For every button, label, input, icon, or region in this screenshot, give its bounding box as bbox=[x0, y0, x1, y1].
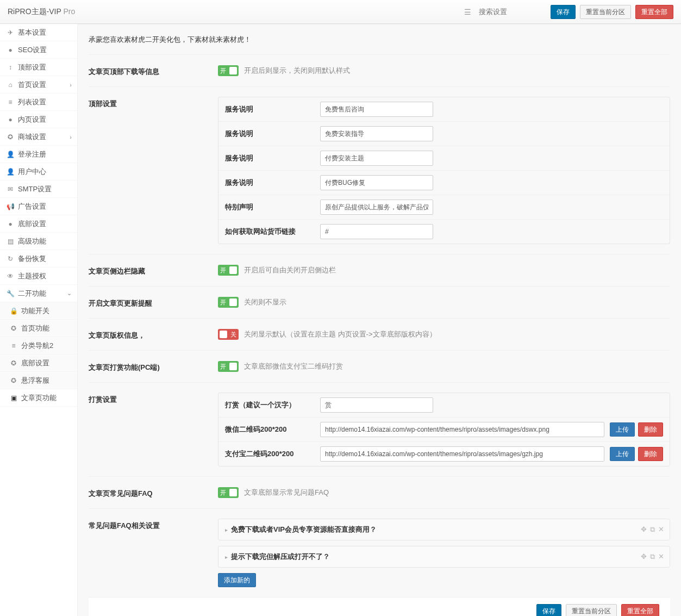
reward-text-input[interactable] bbox=[320, 397, 433, 413]
sidebar-item[interactable]: ≡列表设置 bbox=[0, 94, 77, 111]
section-label: 文章页顶部下载等信息 bbox=[89, 65, 218, 77]
menu-icon: ● bbox=[7, 220, 14, 228]
sidebar-sub-item[interactable]: ▣文章页功能 bbox=[0, 389, 77, 407]
sidebar-item-label: 顶部设置 bbox=[18, 63, 46, 72]
switch-sidebar-hide[interactable]: 开 bbox=[218, 265, 239, 276]
reset-all-button[interactable]: 重置全部 bbox=[635, 5, 673, 19]
wechat-qr-input[interactable] bbox=[320, 422, 604, 437]
sidebar-item-label: 登录注册 bbox=[18, 150, 46, 159]
delete-button[interactable]: 删除 bbox=[638, 422, 663, 437]
topbar: RiPRO主题-VIP Pro ☰ 保存 重置当前分区 重置全部 bbox=[0, 0, 681, 24]
delete-button[interactable]: 删除 bbox=[638, 447, 663, 461]
sidebar-item[interactable]: ●SEO设置 bbox=[0, 41, 77, 59]
sidebar-item[interactable]: 🔧二开功能⌄ bbox=[0, 285, 77, 302]
sidebar-item-label: 主题授权 bbox=[18, 271, 46, 281]
search-input[interactable] bbox=[476, 5, 546, 19]
sidebar-item[interactable]: 👤登录注册 bbox=[0, 146, 77, 163]
reset-section-button[interactable]: 重置当前分区 bbox=[580, 5, 631, 19]
footer-actions: 保存 重置当前分区 重置全部 bbox=[89, 597, 670, 616]
sidebar-sub-item[interactable]: ✪首页功能 bbox=[0, 320, 77, 337]
sidebar-item[interactable]: ↻备份恢复 bbox=[0, 250, 77, 267]
text-input[interactable] bbox=[320, 200, 433, 215]
sidebar-item-label: 广告设置 bbox=[18, 202, 46, 211]
switch-update-tip[interactable]: 开 bbox=[218, 297, 239, 308]
close-icon[interactable]: ✕ bbox=[658, 552, 664, 561]
move-icon[interactable]: ✥ bbox=[641, 552, 647, 561]
chevron-right-icon: › bbox=[70, 82, 72, 88]
sidebar-item[interactable]: 📢广告设置 bbox=[0, 198, 77, 215]
sidebar-sub-item[interactable]: 🔒功能开关 bbox=[0, 302, 77, 320]
section-label: 文章页侧边栏隐藏 bbox=[89, 264, 218, 276]
sidebar-sub-item[interactable]: ✪底部设置 bbox=[0, 354, 77, 372]
upload-button[interactable]: 上传 bbox=[610, 447, 635, 461]
reset-section-button[interactable]: 重置当前分区 bbox=[566, 604, 617, 616]
sidebar-item[interactable]: ✪商城设置› bbox=[0, 128, 77, 146]
sidebar-item[interactable]: ▤高级功能 bbox=[0, 233, 77, 250]
clone-icon[interactable]: ⧉ bbox=[650, 525, 655, 534]
menu-icon: ✪ bbox=[10, 377, 17, 384]
alipay-qr-input[interactable] bbox=[320, 446, 604, 462]
text-input[interactable] bbox=[320, 151, 433, 166]
save-button[interactable]: 保存 bbox=[551, 5, 576, 19]
section-label: 文章页常见问题FAQ bbox=[89, 487, 218, 499]
switch-hint: 文章底部显示常见问题FAQ bbox=[244, 488, 329, 497]
sidebar-item[interactable]: 👁主题授权 bbox=[0, 267, 77, 285]
topbar-actions: ☰ 保存 重置当前分区 重置全部 bbox=[464, 5, 673, 19]
text-input[interactable] bbox=[320, 126, 433, 141]
switch-faq[interactable]: 开 bbox=[218, 487, 239, 498]
sidebar-sub-item[interactable]: ✪悬浮客服 bbox=[0, 372, 77, 389]
switch-reward-pc[interactable]: 开 bbox=[218, 361, 239, 372]
sidebar-item[interactable]: ✉SMTP设置 bbox=[0, 181, 77, 198]
sidebar-item[interactable]: ●内页设置 bbox=[0, 111, 77, 128]
text-input[interactable] bbox=[320, 224, 433, 239]
upload-button[interactable]: 上传 bbox=[610, 422, 635, 437]
sidebar-item-label: 二开功能 bbox=[18, 289, 46, 298]
faq-title: 免费下载或者VIP会员专享资源能否直接商用？ bbox=[231, 525, 377, 534]
field-label: 支付宝二维码200*200 bbox=[225, 449, 320, 459]
sidebar-item[interactable]: ⌂首页设置› bbox=[0, 76, 77, 94]
menu-icon: ● bbox=[7, 46, 14, 54]
sidebar-item-label: 内页设置 bbox=[18, 115, 46, 125]
sidebar-item[interactable]: 👤用户中心 bbox=[0, 163, 77, 181]
switch-top-info[interactable]: 开 bbox=[218, 65, 239, 76]
reset-all-button[interactable]: 重置全部 bbox=[621, 604, 659, 616]
switch-hint: 文章底部微信支付宝二维码打赏 bbox=[244, 362, 343, 371]
sidebar-item[interactable]: ↕顶部设置 bbox=[0, 59, 77, 76]
sidebar-sub-item[interactable]: ≡分类导航2 bbox=[0, 337, 77, 354]
sidebar-item-label: 商城设置 bbox=[18, 132, 46, 142]
switch-hint: 开启后可自由关闭开启侧边栏 bbox=[244, 265, 336, 275]
menu-icon: 👤 bbox=[7, 151, 14, 158]
save-button[interactable]: 保存 bbox=[536, 604, 561, 616]
collapse-icon[interactable]: ☰ bbox=[464, 8, 471, 16]
text-input[interactable] bbox=[320, 102, 433, 117]
caret-icon: ▸ bbox=[225, 527, 228, 533]
intro-text: 承蒙您喜欢素材虎二开美化包，下素材就来素材虎！ bbox=[89, 35, 670, 45]
menu-icon: ✪ bbox=[7, 133, 14, 141]
field-label: 微信二维码200*200 bbox=[225, 425, 320, 434]
switch-hint: 关闭则不显示 bbox=[244, 297, 286, 307]
menu-icon: 🔒 bbox=[10, 307, 17, 315]
sidebar-item-label: 首页功能 bbox=[21, 323, 49, 333]
sidebar-item[interactable]: ●底部设置 bbox=[0, 215, 77, 233]
switch-copyright[interactable]: 关 bbox=[218, 329, 239, 340]
sidebar-item-label: 分类导航2 bbox=[21, 341, 53, 351]
text-input[interactable] bbox=[320, 175, 433, 190]
move-icon[interactable]: ✥ bbox=[641, 525, 647, 534]
menu-icon: ≡ bbox=[7, 98, 14, 106]
clone-icon[interactable]: ⧉ bbox=[650, 552, 655, 561]
close-icon[interactable]: ✕ bbox=[658, 525, 664, 534]
sidebar-item-label: 悬浮客服 bbox=[21, 376, 49, 385]
field-label: 打赏（建议一个汉字） bbox=[225, 400, 320, 410]
menu-icon: 👁 bbox=[7, 272, 14, 280]
field-label: 特别声明 bbox=[225, 202, 320, 212]
sidebar-item-label: 高级功能 bbox=[18, 237, 46, 246]
chevron-down-icon: ⌄ bbox=[67, 290, 72, 297]
field-label: 服务说明 bbox=[225, 129, 320, 139]
faq-item[interactable]: ▸免费下载或者VIP会员专享资源能否直接商用？✥⧉✕ bbox=[218, 519, 670, 540]
sidebar: ✈基本设置●SEO设置↕顶部设置⌂首页设置›≡列表设置●内页设置✪商城设置›👤登… bbox=[0, 24, 78, 616]
add-new-button[interactable]: 添加新的 bbox=[218, 573, 256, 587]
menu-icon: ✉ bbox=[7, 185, 14, 193]
sidebar-item[interactable]: ✈基本设置 bbox=[0, 24, 77, 41]
faq-item[interactable]: ▸提示下载完但解压或打开不了？✥⧉✕ bbox=[218, 546, 670, 568]
menu-icon: ✪ bbox=[10, 325, 17, 332]
